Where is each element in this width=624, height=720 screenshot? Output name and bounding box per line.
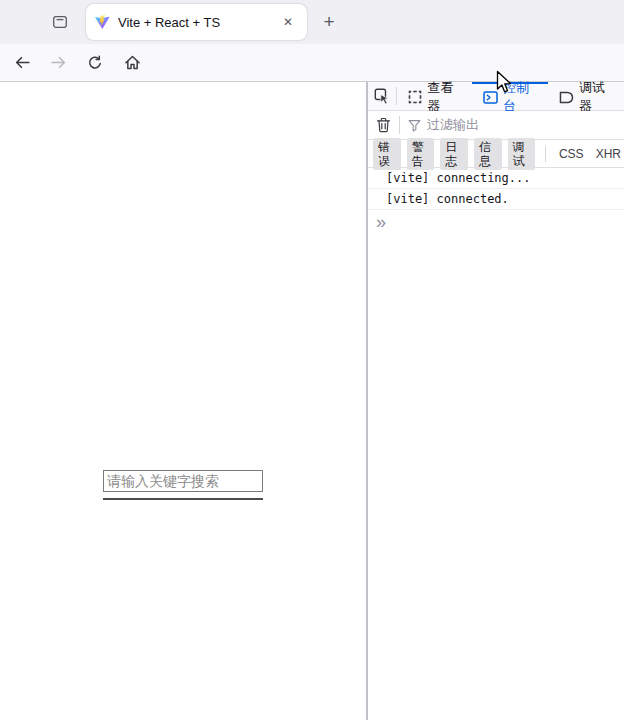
console-prompt-icon: » xyxy=(376,213,386,231)
reload-button[interactable] xyxy=(80,48,110,78)
devtools-tab-bar: 查看器 控制台 调试器 xyxy=(368,82,624,111)
trash-icon xyxy=(376,117,391,133)
firefox-view-icon xyxy=(52,14,68,30)
tab-debugger[interactable]: 调试器 xyxy=(548,82,624,110)
element-picker-button[interactable] xyxy=(368,82,396,110)
back-arrow-icon xyxy=(14,54,31,71)
console-message: [vite] connected. xyxy=(368,189,624,210)
divider xyxy=(545,146,546,162)
filter-logs-button[interactable]: 日志 xyxy=(440,138,468,170)
clear-console-button[interactable] xyxy=(368,117,399,133)
navigation-toolbar: localhost:5173 xyxy=(0,44,624,82)
tab-console-label: 控制台 xyxy=(503,79,537,115)
console-icon xyxy=(483,91,498,104)
search-input[interactable] xyxy=(103,470,263,492)
console-input-row[interactable]: » xyxy=(368,210,624,236)
new-tab-button[interactable]: + xyxy=(315,8,343,36)
tab-bar: Vite + React + TS ✕ + xyxy=(0,0,624,44)
filter-info-button[interactable]: 信息 xyxy=(474,138,502,170)
browser-window: Vite + React + TS ✕ + xyxy=(0,0,624,720)
home-button[interactable] xyxy=(117,48,147,78)
tab-inspector-label: 查看器 xyxy=(427,79,461,115)
inspector-icon xyxy=(408,90,422,104)
home-icon xyxy=(124,54,141,71)
reload-icon xyxy=(87,55,103,71)
filter-xhr-button[interactable]: XHR xyxy=(593,145,624,163)
tab-close-button[interactable]: ✕ xyxy=(277,11,299,33)
browser-tab-active[interactable]: Vite + React + TS ✕ xyxy=(86,4,307,40)
vite-logo-icon xyxy=(94,14,110,30)
divider-line xyxy=(103,498,263,500)
console-filter-placeholder: 过滤输出 xyxy=(427,116,479,134)
tab-debugger-label: 调试器 xyxy=(579,79,613,115)
console-message: [vite] connecting... xyxy=(368,168,624,189)
element-picker-icon xyxy=(374,88,390,104)
filter-errors-button[interactable]: 错误 xyxy=(373,138,401,170)
console-filter-input[interactable]: 过滤输出 xyxy=(408,116,479,134)
back-button[interactable] xyxy=(7,48,37,78)
devtools-panel: 查看器 控制台 调试器 xyxy=(366,82,624,720)
firefox-view-button[interactable] xyxy=(44,6,76,38)
page-content xyxy=(0,82,366,720)
console-filter-buttons: 错误 警告 日志 信息 调试 CSS XHR xyxy=(368,140,624,168)
forward-arrow-icon xyxy=(50,54,67,71)
filter-css-button[interactable]: CSS xyxy=(556,145,587,163)
filter-warnings-button[interactable]: 警告 xyxy=(407,138,435,170)
forward-button[interactable] xyxy=(43,48,73,78)
tab-title: Vite + React + TS xyxy=(118,15,277,30)
filter-debug-button[interactable]: 调试 xyxy=(508,138,536,170)
console-filter-bar: 过滤输出 xyxy=(368,111,624,140)
tab-inspector[interactable]: 查看器 xyxy=(397,82,472,110)
tab-console[interactable]: 控制台 xyxy=(472,82,548,110)
divider xyxy=(399,116,400,134)
debugger-icon xyxy=(559,91,574,104)
funnel-icon xyxy=(408,119,421,132)
